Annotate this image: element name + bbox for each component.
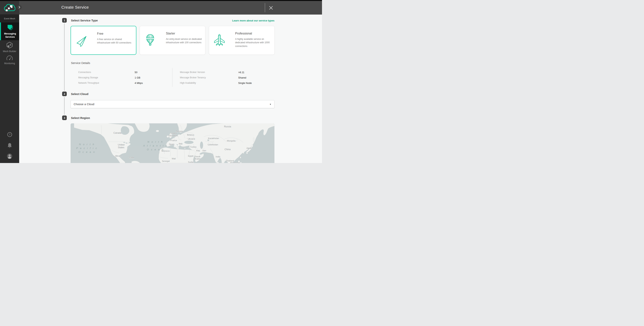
service-details-divider (172, 68, 172, 87)
notifications-button[interactable] (0, 143, 19, 148)
cloud-select-value: Choose a Cloud (74, 103, 94, 106)
dialog-header: Create Service (19, 1, 322, 14)
detail-value: Single Node (238, 82, 252, 84)
service-type-card-starter[interactable]: Starter An entry-level service on dedica… (140, 26, 206, 55)
service-details-title: Service Details (71, 61, 90, 65)
user-avatar-button[interactable] (0, 154, 19, 159)
card-description: A free service on shared infrastructure … (97, 37, 133, 45)
sidebar-item-mesh-builder[interactable]: Mesh Builder (0, 42, 19, 54)
sidebar-item-messaging-services[interactable]: Messaging Services (0, 22, 19, 40)
detail-value: 1 GB (135, 76, 140, 79)
close-icon (269, 6, 273, 10)
header-divider (265, 3, 265, 12)
step-connector (64, 97, 65, 115)
service-type-card-free[interactable]: Free A free service on shared infrastruc… (70, 26, 136, 55)
detail-value: 4 Mbps (135, 82, 143, 84)
region-map[interactable]: RussiaCanadaNorwayUnitedKingdomBelarusUk… (70, 123, 274, 163)
paper-plane-icon (75, 35, 88, 47)
chevron-right-icon (18, 6, 20, 8)
logo-block (0, 1, 19, 14)
step-connector (64, 23, 65, 91)
shield-icon (7, 24, 13, 31)
card-title: Starter (166, 32, 175, 35)
page-title: Create Service (61, 5, 89, 9)
mesh-builder-hexagon-icon (6, 42, 13, 48)
create-service-page: Event Mesh Messaging Services Mesh Build… (0, 0, 322, 163)
sidebar-expand-button[interactable] (17, 5, 22, 9)
card-title: Professional (235, 32, 252, 35)
close-button[interactable] (268, 4, 274, 11)
card-title: Free (97, 32, 103, 35)
card-description: A highly available service on dedicated … (235, 37, 271, 48)
airplane-icon (213, 34, 226, 46)
detail-value: Shared (238, 76, 246, 79)
step-1-badge: 1 (62, 18, 67, 23)
svg-text:?: ? (9, 133, 10, 136)
sidebar-item-label: Messaging Services (3, 32, 18, 39)
sidebar-item-monitoring[interactable]: Monitoring (0, 55, 19, 67)
service-type-card-professional[interactable]: Professional A highly available service … (209, 26, 275, 55)
detail-label: Network Throughput (78, 82, 99, 84)
bell-icon (7, 143, 12, 148)
detail-label: High Availability (180, 82, 196, 84)
detail-label: Connections (78, 71, 91, 74)
help-icon: ? (7, 132, 12, 137)
event-mesh-label: Event Mesh (4, 17, 15, 20)
world-map-graphic (70, 123, 274, 163)
sidebar-item-label: Monitoring (4, 62, 15, 65)
step-3-title: Select Region (71, 116, 90, 120)
detail-label: Message Broker Tenancy (180, 76, 206, 79)
sidebar-item-label: Mesh Builder (3, 50, 16, 53)
detail-value: 50 (135, 71, 137, 74)
detail-label: Message Broker Version (180, 71, 205, 74)
learn-more-link[interactable]: Learn more about our service types (232, 19, 274, 22)
step-1-title: Select Service Type (71, 19, 98, 22)
step-2-title: Select Cloud (71, 92, 88, 96)
solace-cloud-logo (4, 3, 15, 12)
monitoring-gauge-icon (6, 55, 13, 60)
sidebar: Event Mesh Messaging Services Mesh Build… (0, 1, 19, 163)
hot-air-balloon-icon (144, 34, 156, 46)
help-button[interactable]: ? (0, 132, 19, 137)
cloud-select-dropdown[interactable]: Choose a Cloud ▼ (70, 100, 274, 108)
detail-label: Messaging Storage (78, 76, 98, 79)
step-2-badge: 2 (62, 92, 67, 96)
detail-value: >8.11 (238, 71, 244, 74)
avatar-icon (7, 154, 12, 159)
step-3-badge: 3 (62, 116, 67, 120)
sidebar-section-event-mesh: Event Mesh (0, 15, 19, 22)
card-description: An entry-level service on dedicated infr… (166, 37, 202, 44)
dropdown-arrow-icon: ▼ (270, 103, 271, 105)
